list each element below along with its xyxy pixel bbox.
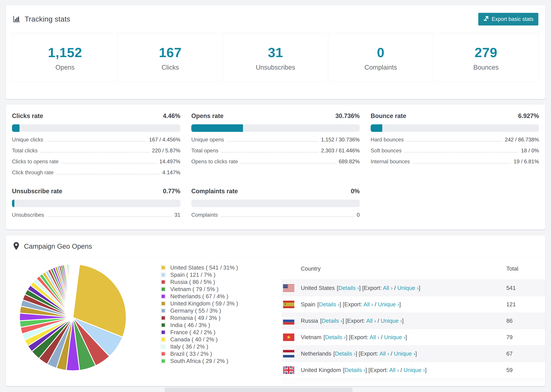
stat-label: Complaints	[365, 64, 397, 71]
legend-item: Russia ( 86 / 5% )	[161, 279, 238, 286]
country-cell: Russia[Details ›] [Export: All › / Uniqu…	[282, 317, 506, 325]
rate-detail-row: Complaints0	[191, 212, 360, 218]
rate-detail-label: Unique opens	[191, 137, 224, 143]
stat-value: 31	[268, 45, 283, 60]
details-link[interactable]: Details ›	[335, 350, 356, 357]
export-unique-link[interactable]: Unique ›	[381, 318, 402, 324]
rate-detail-label: Unsubscribes	[12, 212, 44, 218]
export-all-link[interactable]: All ›	[383, 285, 393, 291]
bracket: ]	[405, 334, 407, 340]
export-all-link[interactable]: All ›	[370, 334, 379, 340]
pie-legend: United States ( 541 / 31% )Spain ( 121 /…	[161, 264, 238, 365]
rate-panel-opens-rate: Opens rate30.736%Unique opens1,152 / 30.…	[191, 112, 360, 176]
stat-value: 167	[159, 45, 182, 60]
country-name: Netherlands	[301, 350, 331, 357]
tracking-stats-card: Tracking stats Export basic stats 1,152O…	[6, 5, 545, 99]
rate-panel-complaints-rate: Complaints rate0%Complaints0	[191, 188, 360, 218]
legend-swatch	[161, 337, 166, 342]
export-unique-link[interactable]: Unique ›	[397, 285, 419, 291]
rate-head: Opens rate30.736%	[191, 112, 360, 119]
total-cell: 59	[506, 367, 545, 373]
details-link[interactable]: Details ›	[319, 301, 340, 308]
bracket: ] [	[348, 383, 353, 386]
rate-percent: 30.736%	[335, 112, 360, 119]
details-link[interactable]: Details ›	[345, 367, 365, 373]
dotted-leader	[46, 141, 147, 142]
export-unique-link[interactable]: Unique ›	[394, 350, 415, 357]
legend-item: Vietnam ( 79 / 5% )	[161, 286, 238, 293]
bracket: ]	[408, 383, 410, 386]
dotted-leader	[406, 141, 502, 142]
details-link[interactable]: Details ›	[325, 334, 346, 340]
export-all-link[interactable]: All ›	[380, 350, 389, 357]
country-name: United States	[301, 285, 335, 291]
rates-row-top: Clicks rate4.46%Unique clicks167 / 4.456…	[6, 112, 545, 176]
country-cell: Germany[Details ›] [Export: All › / Uniq…	[282, 383, 506, 386]
export-prefix: Export:	[364, 285, 383, 291]
bracket: [	[323, 334, 325, 340]
stat-cell: 167Clicks	[118, 34, 223, 82]
progress-bar-fill	[12, 200, 14, 207]
details-link[interactable]: Details ›	[322, 318, 342, 324]
bracket: [	[343, 367, 345, 373]
export-basic-stats-button[interactable]: Export basic stats	[478, 13, 538, 26]
legend-item: United Kingdom ( 59 / 3% )	[161, 300, 238, 307]
rate-detail-row: Unique opens1,152 / 30.736%	[191, 137, 360, 143]
export-unique-link[interactable]: Unique ›	[404, 367, 425, 373]
rate-percent: 6.927%	[518, 112, 539, 119]
gb-flag-icon	[283, 366, 294, 374]
bracket: [	[326, 383, 328, 386]
rate-detail-row: Internal bounces19 / 6.81%	[371, 159, 539, 165]
export-all-link[interactable]: All ›	[372, 383, 382, 386]
slash: /	[373, 301, 378, 308]
rate-head: Unsubscribe rate0.77%	[12, 188, 180, 195]
table-row: Spain[Details ›] [Export: All › / Unique…	[282, 296, 545, 313]
export-all-link[interactable]: All ›	[366, 318, 376, 324]
export-all-link[interactable]: All ›	[389, 367, 399, 373]
export-unique-link[interactable]: Unique ›	[384, 334, 405, 340]
export-prefix: Export:	[370, 367, 389, 373]
country-links: [Details ›] [Export: All › / Unique ›]	[333, 350, 417, 357]
export-icon	[483, 15, 489, 23]
stat-value: 1,152	[48, 45, 82, 60]
bracket: ] [	[356, 350, 360, 357]
bracket: ]	[419, 285, 420, 291]
rate-head: Bounce rate6.927%	[371, 112, 539, 119]
rate-detail-label: Unique clicks	[12, 137, 43, 143]
legend-item: Romania ( 49 / 3% )	[161, 314, 238, 322]
rate-detail-row: Opens to clicks rate689.82%	[191, 159, 360, 165]
de-flag-icon	[283, 383, 294, 386]
export-unique-link[interactable]: Unique ›	[378, 301, 399, 308]
rate-detail-value: 0	[357, 212, 360, 218]
rate-title: Clicks rate	[12, 112, 43, 119]
stat-value: 0	[377, 45, 384, 60]
country-cell: Vietnam[Details ›] [Export: All › / Uniq…	[282, 334, 506, 341]
rate-detail-value: 689.82%	[339, 159, 360, 165]
rate-detail-label: Click through rate	[12, 169, 54, 176]
geo-title: Campaign Geo Opens	[24, 243, 92, 250]
total-cell: 55	[506, 383, 545, 386]
legend-label: Germany ( 55 / 3% )	[170, 308, 221, 314]
bar-chart-icon	[13, 15, 21, 23]
export-prefix: Export:	[344, 301, 363, 308]
rate-detail-label: Opens to clicks rate	[191, 159, 238, 165]
progress-bar	[12, 124, 180, 132]
export-unique-link[interactable]: Unique ›	[387, 383, 408, 386]
rate-title: Opens rate	[191, 112, 224, 119]
rate-detail-label: Hard bounces	[371, 137, 404, 143]
stats-summary-strip: 1,152Opens167Clicks31Unsubscribes0Compla…	[12, 34, 539, 82]
legend-swatch	[161, 358, 166, 364]
geo-pie-chart[interactable]	[16, 261, 129, 374]
rate-detail-row: Soft bounces18 / 0%	[371, 147, 539, 154]
legend-item: Germany ( 55 / 3% )	[161, 307, 238, 314]
legend-label: Netherlands ( 67 / 4% )	[170, 293, 228, 300]
export-all-link[interactable]: All ›	[363, 301, 373, 308]
details-link[interactable]: Details ›	[338, 285, 359, 291]
rate-detail-row: Hard bounces242 / 86.738%	[371, 137, 539, 143]
rate-detail-value: 19 / 6.81%	[514, 159, 539, 165]
legend-label: United Kingdom ( 59 / 3% )	[170, 300, 238, 307]
ru-flag-icon	[283, 317, 294, 325]
details-link[interactable]: Details ›	[328, 383, 348, 386]
dotted-leader	[47, 216, 172, 217]
country-links: [Details ›] [Export: All › / Unique ›]	[323, 334, 407, 341]
